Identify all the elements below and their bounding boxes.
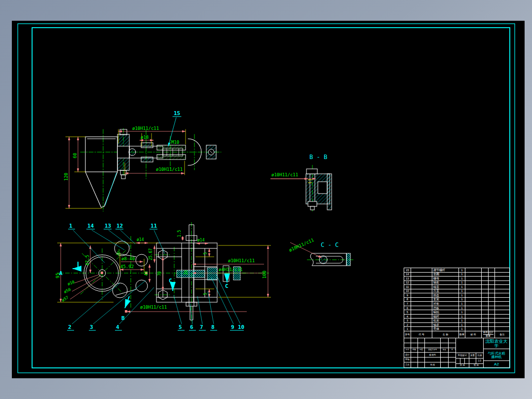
bom-name: 蜗轮: [432, 310, 459, 315]
bom-material: [465, 315, 482, 319]
callout-14: 14: [87, 223, 94, 229]
bom-header-code: 代 号: [411, 331, 432, 338]
bom-weight-unit: [482, 273, 489, 277]
bom-remark: [495, 302, 509, 306]
bom-no: 8: [404, 298, 411, 302]
cad-viewer: 120 60 ø10H11/c11 ø18 M10 ø10H11/c11 15: [0, 0, 532, 399]
label-zone: 分区: [418, 348, 425, 353]
bom-header-material: 材 料: [465, 331, 482, 338]
table-row: 7 衬套 1: [404, 302, 509, 306]
bom-weight-unit: [482, 327, 489, 331]
bom-no: 7: [404, 302, 411, 306]
bom-no: 15: [404, 268, 411, 273]
bom-qty: 1: [459, 306, 465, 311]
label-count: 处数: [411, 348, 418, 353]
bom-qty: 1: [459, 273, 465, 277]
bom-weight-total: [489, 285, 495, 289]
label-approve: 批准: [425, 362, 441, 367]
bom-code: [411, 285, 432, 289]
callout-9: 9: [231, 324, 234, 330]
table-row: 15 调节螺杆 1: [404, 268, 509, 273]
callout-4: 4: [116, 324, 119, 330]
callout-11: 11: [151, 223, 157, 229]
label-mark: 标记: [404, 348, 411, 353]
bom-weight-total: [489, 310, 495, 315]
bom-material: [465, 268, 482, 273]
dim-60: 60: [73, 153, 77, 159]
bom-material: [465, 293, 482, 298]
bom-code: [411, 306, 432, 311]
parts-list-header: 序号 代 号 名 称 数量 材 料 单件 总计 重量 备注: [404, 331, 509, 338]
drawing-title: 勺杆式水稻 播种机: [484, 349, 509, 361]
label-design: 设计: [404, 353, 411, 358]
drawing-title-line1: 勺杆式水稻: [488, 352, 505, 355]
label-doc-no: 更改文件号: [425, 348, 441, 353]
bom-remark: [495, 323, 509, 327]
bom-code: [411, 323, 432, 327]
title-block: 标记 处数 分区 更改文件号 签名 年、月、日 设计 标准化 审核 工艺 批准: [404, 338, 510, 368]
bom-material: [465, 302, 482, 306]
section-label-c-right: C: [225, 283, 228, 289]
bom-material: [465, 285, 482, 289]
bom-weight-total: [489, 277, 495, 281]
bom-code: [411, 289, 432, 294]
bom-remark: [495, 293, 509, 298]
bom-header-no: 序号: [404, 331, 411, 338]
dim-fit-top: ø10H11/c11: [132, 126, 159, 131]
bom-name: 壳体: [432, 327, 459, 331]
section-bb-title: B - B: [309, 154, 327, 160]
bom-name: 轴承: [432, 323, 459, 327]
bom-remark: [495, 281, 509, 285]
bom-no: 5: [404, 310, 411, 315]
bom-name: 挡板: [432, 306, 459, 311]
label-date: 年、月、日: [449, 348, 456, 353]
bom-no: 4: [404, 315, 411, 319]
bom-weight-unit: [482, 310, 489, 315]
table-row: 1 壳体 1: [404, 327, 509, 331]
bom-weight-unit: [482, 293, 489, 298]
bom-name: 垫圈: [432, 273, 459, 277]
label-stage-mark: 阶段标记: [456, 353, 469, 358]
bom-no: 2: [404, 323, 411, 327]
bom-weight-unit: [482, 302, 489, 306]
callout-10: 10: [238, 324, 244, 330]
bom-no: 9: [404, 293, 411, 298]
dim-m10: M10: [171, 140, 179, 145]
bom-code: [411, 302, 432, 306]
title-block-signatures: 标记 处数 分区 更改文件号 签名 年、月、日 设计 标准化 审核 工艺 批准: [404, 338, 456, 367]
bom-remark: [495, 315, 509, 319]
bom-name: 螺母: [432, 277, 459, 281]
callout-2: 2: [68, 324, 72, 330]
bom-code: [411, 273, 432, 277]
bom-weight-total: [489, 289, 495, 294]
drawing-title-line2: 播种机: [492, 355, 502, 359]
label-standardize: 标准化: [425, 353, 441, 358]
bom-qty: 1: [459, 268, 465, 273]
bom-name: 轴套: [432, 281, 459, 285]
bom-weight-total: [489, 273, 495, 277]
table-row: 13 螺母 1: [404, 277, 509, 281]
bom-qty: 1: [459, 293, 465, 298]
dim-5a: 5: [203, 252, 208, 254]
bom-no: 14: [404, 273, 411, 277]
bom-qty: 1: [459, 281, 465, 285]
dim-5b: 5: [203, 292, 208, 295]
title-block-right: 沈阳农业大学 勺杆式水稻 播种机 A2: [484, 338, 509, 367]
bom-no: 3: [404, 319, 411, 323]
table-row: 5 蜗轮 1: [404, 310, 509, 315]
bom-weight-total: [489, 319, 495, 323]
table-row: 10 压盖 1: [404, 289, 509, 294]
bom-no: 1: [404, 327, 411, 331]
bom-weight-total: [489, 327, 495, 331]
dim-14b: ø14: [197, 238, 205, 242]
bom-qty: 1: [459, 319, 465, 323]
bom-header-weight: 单件 总计 重量: [482, 331, 495, 338]
bom-code: [411, 293, 432, 298]
bom-header-qty: 数量: [459, 331, 465, 338]
bom-no: 6: [404, 306, 411, 311]
section-label-a: A: [59, 270, 63, 277]
bom-remark: [495, 327, 509, 331]
sheet-size: A2: [484, 361, 509, 367]
bom-qty: 1: [459, 327, 465, 331]
bom-weight-unit: [482, 298, 489, 302]
